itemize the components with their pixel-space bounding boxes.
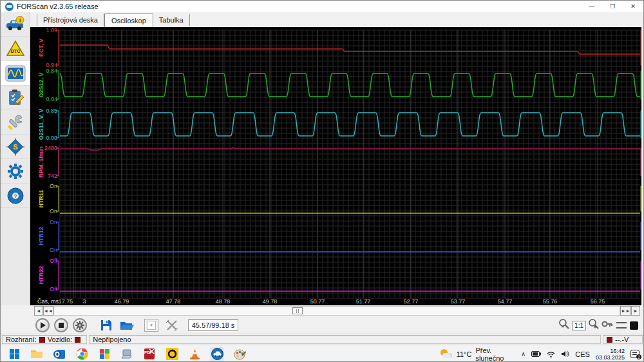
background-color-button[interactable] <box>630 321 638 330</box>
connection-status: Nepřipojeno <box>93 336 131 343</box>
oscilloscope-icon <box>5 65 26 82</box>
trace-ect <box>60 45 640 54</box>
channel-min-o2s12: 0.04 <box>46 96 57 102</box>
stop-icon <box>59 323 64 328</box>
scrollbar-thumb[interactable] <box>292 307 303 314</box>
taskbar-clock[interactable]: 16:42 03.03.2025 <box>596 348 625 361</box>
scope-settings-button[interactable] <box>73 318 87 332</box>
tab-bar: Přístrojová deska Osciloskop Tabulka <box>30 12 643 27</box>
trace-o2s11 <box>60 113 640 136</box>
taskbar-device[interactable] <box>120 347 134 361</box>
channel-label-htr12: HTR12 <box>38 227 44 245</box>
gear-icon <box>6 162 24 180</box>
channel-max-rpm: 2480 <box>44 145 57 151</box>
taskbar-weather[interactable]: 11°C Přev. slunečno <box>440 347 521 362</box>
marker-dropdown[interactable]: ▼ <box>144 319 158 332</box>
x-tick-label: 47.78 <box>166 298 181 305</box>
scroll-left-icon[interactable]: ◄ <box>34 306 43 316</box>
x-tick-label: 52.77 <box>404 298 419 305</box>
x-tick-label: 49.78 <box>263 298 278 305</box>
taskbar-chrome[interactable] <box>75 347 89 361</box>
zoom-out-button[interactable] <box>558 318 570 332</box>
channel-label-htr22: HTR22 <box>38 266 44 285</box>
maximize-button[interactable]: ❐ <box>602 1 623 12</box>
tab-table[interactable]: Tabulka <box>153 14 190 26</box>
open-button[interactable] <box>118 318 135 333</box>
axis-bracket-right-rpm <box>641 148 641 176</box>
clear-markers-button[interactable] <box>164 318 180 333</box>
sidebar-item-oscilloscope[interactable] <box>1 61 30 86</box>
app-icon <box>5 3 14 11</box>
wrench-icon <box>6 113 24 131</box>
taskbar-file-explorer[interactable] <box>30 347 44 361</box>
oscilloscope-plot[interactable]: ECT, V1.090.94O2S12, V0.840.04O2S11_V, V… <box>30 27 641 305</box>
forscan-icon <box>211 348 223 360</box>
axis-bracket-left-o2s12 <box>56 71 59 99</box>
taskbar-loop[interactable] <box>165 347 179 361</box>
taskbar-forscan[interactable] <box>210 347 224 361</box>
connection-panel: Rozhraní: Vozidlo: <box>2 335 87 344</box>
notification-center-icon[interactable]: 2 <box>630 350 639 358</box>
x-tick-label: 53.77 <box>451 298 466 305</box>
tab-dashboard[interactable]: Přístrojová deska <box>37 14 104 26</box>
vlc-cone-icon <box>189 348 200 360</box>
sidebar-item-tests[interactable] <box>1 86 30 110</box>
dropdown-arrow-icon: ▼ <box>147 321 156 330</box>
zoom-reset-button[interactable]: 1:1 <box>572 321 586 330</box>
sidebar-item-service[interactable] <box>1 110 30 135</box>
taskbar-pdf-xchange[interactable]: PDF <box>142 347 156 361</box>
scroll-right-fast-icon[interactable]: ►► <box>620 306 631 316</box>
axis-bracket-left-htr22 <box>56 261 59 289</box>
tray-chevron-icon[interactable]: ∧ <box>521 350 526 357</box>
zoom-in-button[interactable] <box>588 318 600 332</box>
sidebar-item-programming[interactable]: S <box>1 135 30 159</box>
sidebar: i DTC <box>1 12 30 305</box>
sidebar-item-dtc[interactable]: DTC <box>1 37 30 61</box>
sidebar-item-help[interactable]: ? <box>1 184 30 208</box>
x-tick-label: 50.77 <box>310 298 325 305</box>
taskbar-msn[interactable] <box>97 347 111 361</box>
scroll-left-fast-icon[interactable]: ◄◄ <box>43 306 53 316</box>
title-bar: FORScan v2.3.65 release — ❐ ✕ <box>1 1 643 12</box>
x-tick-label: 46.79 <box>115 298 129 305</box>
clock-time: 16:42 <box>610 348 625 354</box>
key-button[interactable] <box>601 319 613 332</box>
tab-oscilloscope[interactable]: Osciloskop <box>104 14 153 28</box>
channel-label-ect: ECT, V <box>38 39 44 57</box>
battery-icon[interactable] <box>531 351 541 357</box>
scope-toolbar: ▼ 45.57/99.18 s 1:1 <box>1 317 643 334</box>
scroll-right-icon[interactable]: ► <box>631 306 640 316</box>
sidebar-item-settings[interactable] <box>1 159 30 184</box>
zoom-in-icon <box>588 318 600 330</box>
speaker-icon[interactable] <box>561 350 569 357</box>
tests-icon <box>6 89 24 107</box>
save-button[interactable] <box>98 318 115 333</box>
sidebar-item-vehicle-info[interactable]: i <box>1 12 30 37</box>
keyboard-language[interactable]: CES <box>575 350 590 358</box>
system-tray: ∧ CES 16:42 03.03.2025 2 <box>521 348 639 361</box>
wifi-icon[interactable] <box>547 351 555 357</box>
key-icon <box>601 319 613 329</box>
close-button[interactable]: ✕ <box>623 1 643 12</box>
car-info-icon: i <box>5 16 26 33</box>
taskbar-vlc[interactable] <box>187 347 202 361</box>
scope-scrollbar: ◄ ◄◄ ►► ► <box>1 305 643 317</box>
taskbar-paint[interactable] <box>232 347 247 361</box>
stop-button[interactable] <box>54 318 68 332</box>
axis-bracket-right-htr22 <box>641 261 641 289</box>
play-button[interactable] <box>35 318 50 332</box>
minimize-button[interactable]: — <box>582 1 602 12</box>
scrollbar-track[interactable] <box>53 306 620 316</box>
x-tick-label: 17.75 <box>59 298 73 305</box>
svg-text:i: i <box>19 17 21 23</box>
save-icon <box>100 319 113 332</box>
grid-lines-button[interactable] <box>616 322 627 329</box>
taskbar-outlook[interactable] <box>52 347 66 361</box>
channel-max-o2s11: 0.85 <box>46 108 57 114</box>
svg-text:S: S <box>13 143 17 151</box>
vehicle-status-led <box>75 337 80 343</box>
window-title: FORScan v2.3.65 release <box>17 3 99 10</box>
chip-icon: S <box>6 138 24 156</box>
x-tick-label: 54.77 <box>498 298 513 305</box>
start-button[interactable] <box>7 347 21 361</box>
